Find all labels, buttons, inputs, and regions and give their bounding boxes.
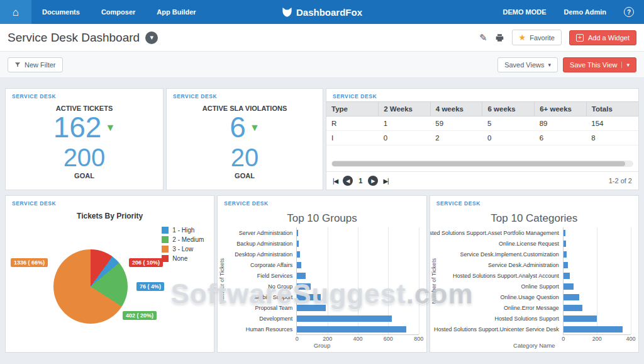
category-label: Development bbox=[226, 313, 296, 324]
add-widget-button[interactable]: + Add a Widget bbox=[569, 30, 636, 45]
add-widget-label: Add a Widget bbox=[588, 34, 630, 42]
bar[interactable] bbox=[297, 283, 310, 290]
chevron-down-icon: ▾ bbox=[621, 62, 630, 68]
category-label: Human Resources bbox=[226, 324, 296, 334]
column-header: 2 Weeks bbox=[379, 102, 431, 117]
bar[interactable] bbox=[564, 326, 623, 333]
fox-icon bbox=[282, 7, 292, 17]
widget-tickets-by-priority: SERVICE DESK Tickets By Priority 1 - Hig… bbox=[5, 195, 214, 353]
bar[interactable] bbox=[564, 230, 566, 236]
arrow-left-icon: ◀ bbox=[346, 178, 350, 184]
last-page-button[interactable]: ▶| bbox=[383, 178, 388, 185]
cell-total: 8 bbox=[586, 131, 638, 145]
bar[interactable] bbox=[564, 294, 579, 300]
dashboard-canvas: SERVICE DESK ACTIVE TICKETS 162 ▼ 200 GO… bbox=[0, 78, 644, 364]
demo-mode-label: DEMO MODE bbox=[503, 8, 547, 16]
favorite-label: Favorite bbox=[530, 34, 555, 42]
legend-label: 1 - High bbox=[172, 227, 194, 234]
nav-item-app-builder[interactable]: App Builder bbox=[146, 8, 206, 16]
cell-link[interactable]: 0 bbox=[482, 131, 535, 145]
new-filter-label: New Filter bbox=[25, 61, 56, 69]
horizontal-scrollbar[interactable] bbox=[331, 161, 633, 167]
brand-logo: DashboardFox bbox=[282, 7, 362, 18]
widget-top-10-groups: SERVICE DESK Top 10 Groups Number of Tic… bbox=[217, 195, 426, 353]
tick-label: 400 bbox=[353, 336, 362, 342]
nav-item-documents[interactable]: Documents bbox=[31, 8, 91, 16]
trend-down-icon: ▼ bbox=[250, 123, 260, 133]
tick-label: 600 bbox=[384, 336, 393, 342]
bar[interactable] bbox=[564, 262, 568, 268]
favorite-button[interactable]: ★ Favorite bbox=[512, 30, 562, 45]
column-header: 4 weeks bbox=[430, 102, 482, 117]
help-icon[interactable]: ? bbox=[624, 7, 634, 17]
cell-link[interactable]: 59 bbox=[430, 117, 482, 131]
new-filter-button[interactable]: New Filter bbox=[8, 57, 63, 72]
bar[interactable] bbox=[297, 294, 320, 300]
category-label: Field Services bbox=[226, 270, 296, 281]
category-label: Proposal Team bbox=[226, 302, 296, 313]
bar[interactable] bbox=[564, 316, 597, 322]
first-page-button[interactable]: |◀ bbox=[333, 178, 338, 185]
scrollbar-thumb[interactable] bbox=[332, 161, 625, 166]
cell-link[interactable]: 89 bbox=[535, 117, 587, 131]
bar[interactable] bbox=[297, 262, 301, 268]
page-title: Service Desk Dashboard bbox=[8, 31, 140, 45]
legend-item: 3 - Low bbox=[162, 246, 204, 253]
bar[interactable] bbox=[297, 251, 299, 258]
category-labels: Hosted Solutions Support.Asset Portfolio… bbox=[438, 227, 563, 335]
bar[interactable] bbox=[564, 241, 567, 247]
bar[interactable] bbox=[297, 326, 406, 333]
current-page[interactable]: 1 bbox=[358, 177, 363, 185]
next-page-button[interactable]: ▶ bbox=[368, 176, 378, 186]
user-menu[interactable]: Demo Admin bbox=[564, 8, 606, 16]
bar[interactable] bbox=[297, 241, 299, 247]
cell-type: I bbox=[326, 131, 379, 145]
cell-link[interactable]: 5 bbox=[482, 117, 535, 131]
pie-title: Tickets By Priority bbox=[6, 212, 214, 220]
dashboard-selector-button[interactable]: ▾ bbox=[145, 31, 158, 44]
cell-total: 154 bbox=[586, 117, 638, 131]
cell-link[interactable]: 6 bbox=[535, 131, 587, 145]
cell-link[interactable]: 2 bbox=[430, 131, 482, 145]
bar[interactable] bbox=[297, 316, 392, 322]
widget-active-tickets: SERVICE DESK ACTIVE TICKETS 162 ▼ 200 GO… bbox=[5, 88, 164, 190]
bar[interactable] bbox=[564, 251, 567, 258]
cell-link[interactable]: 1 bbox=[379, 117, 431, 131]
chevron-down-icon: ▾ bbox=[150, 33, 153, 42]
nav-item-composer[interactable]: Composer bbox=[91, 8, 146, 16]
page-header: Service Desk Dashboard ▾ ✎ ★ Favorite + … bbox=[0, 24, 644, 52]
pie-data-label: 76 ( 4%) bbox=[136, 282, 164, 291]
table-row: R 1 59 5 89 154 bbox=[326, 117, 638, 131]
print-button[interactable] bbox=[495, 33, 504, 42]
bar[interactable] bbox=[564, 305, 582, 311]
widget-category-label: SERVICE DESK bbox=[326, 89, 638, 101]
save-this-view-button[interactable]: Save This View ▾ bbox=[563, 57, 636, 72]
category-label: Hosted Solutions Support.Unicenter Servi… bbox=[438, 324, 563, 334]
category-label: Hosted Solutions Support.Asset Portfolio… bbox=[438, 227, 563, 238]
home-button[interactable]: ⌂ bbox=[0, 0, 31, 24]
bar[interactable] bbox=[297, 273, 306, 279]
bar[interactable] bbox=[564, 283, 574, 290]
legend-item: 1 - High bbox=[162, 227, 204, 234]
y-axis-label: Number of Tickets bbox=[218, 227, 226, 335]
bar[interactable] bbox=[297, 305, 325, 311]
chart-title: Top 10 Groups bbox=[218, 212, 426, 225]
category-label: Backup Administration bbox=[226, 238, 296, 249]
tick-label: 400 bbox=[626, 336, 635, 342]
saved-views-dropdown[interactable]: Saved Views ▾ bbox=[497, 57, 558, 72]
gridline bbox=[631, 227, 631, 334]
bar[interactable] bbox=[297, 230, 298, 236]
previous-page-button[interactable]: ◀ bbox=[343, 176, 353, 186]
pie-legend: 1 - High 2 - Medium 3 - Low None bbox=[162, 227, 204, 262]
bar[interactable] bbox=[564, 273, 570, 279]
bar-chart-area: Number of Tickets Hosted Solutions Suppo… bbox=[430, 227, 638, 335]
table-pagination: |◀ ◀ 1 ▶ ▶| 1-2 of 2 bbox=[326, 171, 638, 190]
widget-category-label: SERVICE DESK bbox=[167, 89, 323, 101]
edit-button[interactable]: ✎ bbox=[479, 32, 487, 43]
pie-chart[interactable] bbox=[53, 249, 128, 324]
printer-icon bbox=[495, 33, 504, 42]
cell-link[interactable]: 0 bbox=[379, 131, 431, 145]
tick-label: 200 bbox=[323, 336, 332, 342]
y-axis-label: Number of Tickets bbox=[430, 227, 438, 335]
save-this-view-label: Save This View bbox=[570, 61, 617, 69]
